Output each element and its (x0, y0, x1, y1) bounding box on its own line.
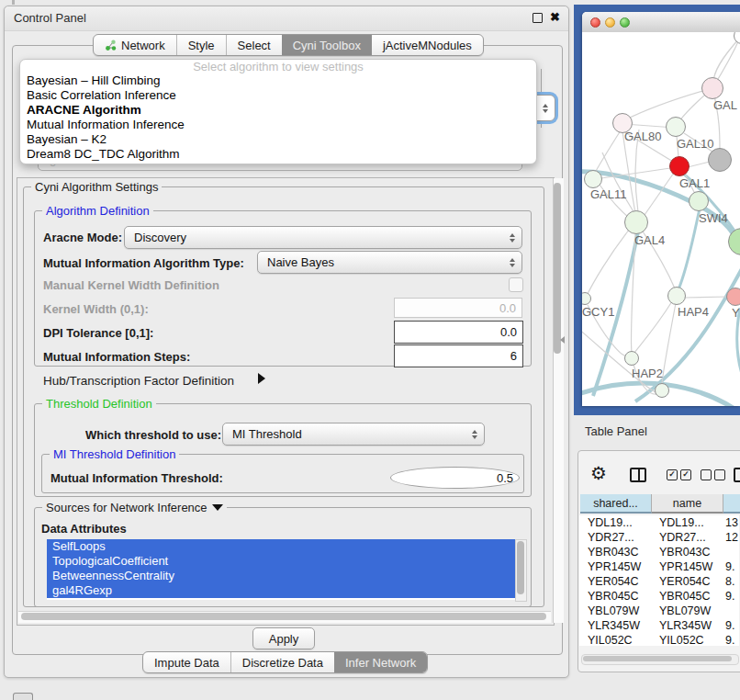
gear-icon[interactable]: ⚙ (590, 464, 607, 482)
partial-pane-icon[interactable] (734, 468, 740, 482)
which-threshold-combo[interactable]: MI Threshold (222, 423, 485, 446)
tab-cyni-toolbox[interactable]: Cyni Toolbox (282, 35, 372, 55)
popup-item-bayesian-hill-climbing[interactable]: Bayesian – Hill Climbing (20, 73, 536, 88)
table-row[interactable]: YER054C YER054C 8. (579, 574, 739, 589)
expander-arrow-icon[interactable] (258, 373, 265, 384)
popup-item-bayesian-k2[interactable]: Bayesian – K2 (20, 132, 536, 147)
network-node-gal4[interactable] (624, 210, 648, 234)
tab-label: Discretize Data (242, 656, 323, 670)
network-node-bottom[interactable] (655, 383, 669, 398)
tab-discretize-data[interactable]: Discretize Data (230, 652, 334, 672)
cell: YBL079W (659, 604, 723, 618)
minimized-panel-icon[interactable] (13, 693, 33, 700)
group-title: Cyni Algorithm Settings (31, 180, 162, 194)
split-columns-icon[interactable] (630, 468, 646, 482)
close-icon[interactable]: ✖ (550, 10, 560, 24)
cell: YBR043C (659, 545, 723, 559)
tab-style[interactable]: Style (176, 35, 226, 55)
list-item[interactable]: gal4RGexp (47, 583, 515, 598)
panel-resize-handle[interactable] (560, 336, 565, 344)
combo-value: Discovery (134, 231, 186, 244)
minimize-traffic-light-icon[interactable] (605, 17, 615, 28)
node-label: GAL (713, 98, 737, 112)
unchecked-checkbox-icon[interactable] (701, 469, 712, 480)
network-node-gal1-red[interactable] (669, 156, 690, 176)
network-node-swi4[interactable] (689, 191, 709, 211)
popup-item-aracne[interactable]: ARACNE Algorithm (20, 103, 536, 118)
popup-item-basic-correlation[interactable]: Basic Correlation Inference (20, 88, 536, 103)
cell: 8. (725, 574, 739, 589)
network-node-hap2[interactable] (624, 351, 639, 366)
combo-arrows-icon (543, 104, 548, 113)
table-rows: YDL19... YDL19... 13 YDR27... YDR27... 1… (579, 515, 739, 646)
network-node-gal-pink[interactable] (701, 77, 723, 99)
list-item[interactable]: BetweennessCentrality (47, 569, 515, 583)
column-header-name[interactable]: name (652, 494, 723, 514)
popup-item-dream8[interactable]: Dream8 DC_TDC Algorithm (20, 147, 536, 162)
network-node-pink-right[interactable] (726, 288, 740, 306)
hub-expander-label[interactable]: Hub/Transcription Factor Definition (43, 374, 234, 388)
tab-label: Cyni Toolbox (293, 39, 361, 52)
table-row[interactable]: YBR045C YBR045C 9. (579, 589, 739, 604)
zoom-traffic-light-icon[interactable] (620, 17, 630, 28)
popup-item-mutual-information[interactable]: Mutual Information Inference (20, 118, 536, 132)
aracne-mode-combo[interactable]: Discovery (124, 226, 522, 249)
network-node-hap4[interactable] (667, 287, 686, 305)
cell: 9. (725, 633, 739, 646)
tab-label: Network (121, 39, 165, 52)
settings-vertical-scrollbar-thumb[interactable] (554, 183, 561, 354)
cell: YIL052C (659, 633, 723, 646)
cell: 9. (725, 589, 739, 604)
popup-placeholder: Select algorithm to view settings (20, 60, 536, 73)
collapse-arrow-icon[interactable] (212, 504, 223, 511)
list-item[interactable]: SelfLoops (47, 539, 515, 554)
list-item[interactable]: TopologicalCoefficient (47, 554, 515, 569)
control-panel-titlebar: Control Panel ✖ (5, 6, 568, 31)
network-node-gal11[interactable] (584, 170, 602, 188)
manual-kernel-checkbox[interactable] (509, 277, 523, 292)
mi-threshold-field[interactable] (390, 467, 520, 489)
combo-value: MI Threshold (232, 427, 302, 441)
tab-label: jActiveMNodules (383, 39, 472, 52)
network-node-gal10[interactable] (666, 117, 686, 137)
table-row[interactable]: YIL052C YIL052C 9. (579, 633, 739, 646)
column-header-clipped[interactable] (723, 494, 740, 514)
table-row[interactable]: YBL079W YBL079W (579, 604, 739, 618)
table-row[interactable]: YPR145W YPR145W 9. (579, 559, 739, 574)
table-horizontal-scrollbar-thumb[interactable] (583, 656, 732, 661)
mi-type-combo[interactable]: Naive Bayes (257, 251, 522, 274)
network-node-gray[interactable] (708, 148, 732, 172)
table-row[interactable]: YLR345W YLR345W 9. (579, 618, 739, 633)
close-traffic-light-icon[interactable] (590, 17, 600, 28)
attributes-list-scrollbar-thumb[interactable] (517, 541, 524, 594)
tab-impute-data[interactable]: Impute Data (143, 652, 230, 672)
kernel-width-field[interactable] (394, 298, 522, 318)
column-header-shared[interactable]: shared... (580, 494, 652, 514)
top-edge-mark (12, 0, 15, 5)
apply-button[interactable]: Apply (252, 627, 315, 649)
table-row[interactable]: YDR27... YDR27... 12 (579, 530, 739, 545)
float-window-icon[interactable] (533, 13, 543, 23)
checked-checkbox-icon[interactable]: ✓ (680, 469, 691, 480)
table-panel-title: Table Panel (585, 424, 647, 438)
table-row[interactable]: YDL19... YDL19... 13 (579, 515, 739, 530)
settings-horizontal-scrollbar-thumb[interactable] (21, 613, 546, 620)
control-panel-window: Control Panel ✖ Network Style Select Cyn… (4, 6, 569, 678)
checked-checkbox-icon[interactable]: ✓ (667, 469, 678, 480)
kernel-width-label: Kernel Width (0,1): (43, 302, 149, 316)
mi-steps-label: Mutual Information Steps: (43, 350, 190, 364)
table-row[interactable]: YBR043C YBR043C (579, 545, 739, 559)
network-window-titlebar[interactable] (582, 12, 740, 33)
tab-select[interactable]: Select (226, 35, 282, 55)
group-title: Sources for Network Inference (42, 501, 227, 514)
tab-jactivemnodules[interactable]: jActiveMNodules (372, 35, 483, 55)
dpi-tolerance-field[interactable] (394, 321, 523, 344)
mi-steps-field[interactable] (394, 344, 523, 367)
unchecked-checkbox-icon[interactable] (714, 469, 725, 480)
tab-network[interactable]: Network (94, 35, 176, 55)
control-panel-tabbar: Network Style Select Cyni Toolbox jActiv… (93, 34, 484, 56)
tab-infer-network[interactable]: Infer Network (334, 652, 427, 672)
data-attributes-list: SelfLoops TopologicalCoefficient Between… (47, 539, 515, 600)
tab-label: Impute Data (154, 656, 219, 670)
network-canvas[interactable]: GAL GAL80 GAL10 GAL1 GAL11 SWI4 GAL4 GCY… (582, 32, 740, 406)
